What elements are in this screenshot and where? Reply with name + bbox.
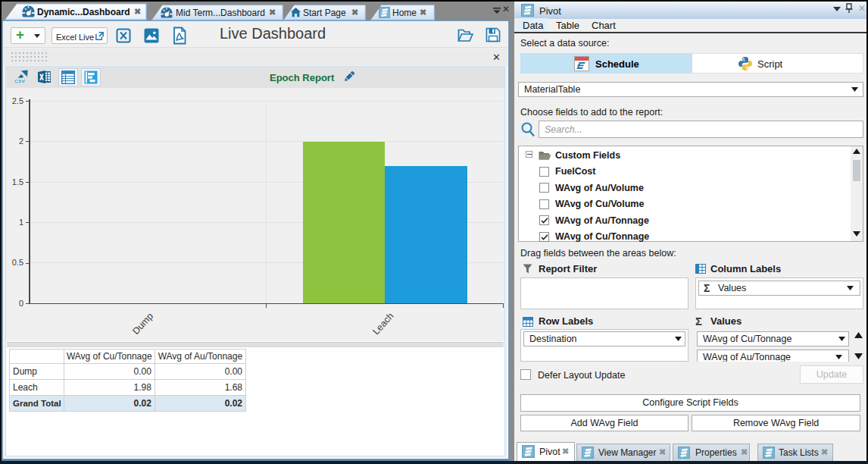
svg-text:CSV: CSV — [15, 78, 26, 83]
